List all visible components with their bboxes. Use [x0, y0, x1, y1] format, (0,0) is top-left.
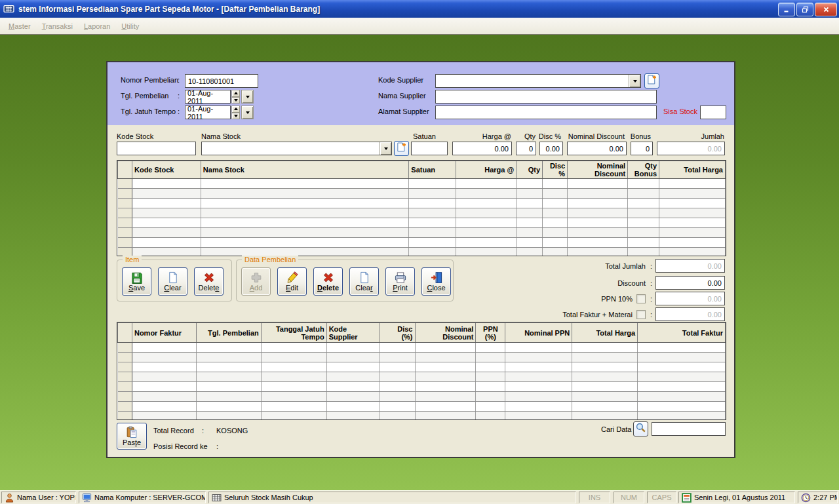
cell[interactable]: [476, 412, 505, 421]
date-value[interactable]: 01-Aug-2011: [185, 106, 231, 119]
cell[interactable]: [505, 372, 572, 382]
cell[interactable]: [456, 179, 517, 189]
cell[interactable]: [568, 179, 628, 189]
cell[interactable]: [326, 412, 380, 421]
cell[interactable]: [628, 218, 659, 228]
row-selector-cell[interactable]: [118, 353, 132, 362]
spin-up-icon[interactable]: [231, 106, 240, 113]
cell[interactable]: [568, 189, 628, 199]
cell[interactable]: [409, 189, 456, 199]
cell[interactable]: [132, 228, 201, 238]
cell[interactable]: [261, 382, 326, 392]
cell[interactable]: [196, 402, 261, 412]
search-input[interactable]: [652, 422, 726, 436]
minimize-button[interactable]: [778, 3, 795, 16]
cell[interactable]: [132, 238, 201, 248]
table-row[interactable]: [118, 238, 726, 248]
cell[interactable]: [196, 353, 261, 362]
checkbox[interactable]: [636, 310, 646, 319]
bonus-field[interactable]: 0: [631, 142, 653, 155]
cell[interactable]: [517, 218, 543, 228]
cell[interactable]: [517, 208, 543, 218]
cell[interactable]: [415, 343, 476, 353]
calendar-dropdown-button[interactable]: [241, 106, 254, 119]
cell[interactable]: [380, 353, 415, 362]
cell[interactable]: [456, 238, 517, 248]
cell[interactable]: [568, 238, 628, 248]
row-selector-cell[interactable]: [118, 238, 132, 248]
row-selector-cell[interactable]: [118, 179, 132, 189]
table-row[interactable]: [118, 362, 726, 372]
cell[interactable]: [196, 382, 261, 392]
menu-master[interactable]: Master: [9, 22, 31, 30]
cell[interactable]: [201, 248, 409, 257]
disc-field[interactable]: 0.00: [539, 142, 563, 155]
cell[interactable]: [132, 362, 196, 372]
nominal-discount-field[interactable]: 0.00: [567, 142, 627, 155]
row-selector-cell[interactable]: [118, 402, 132, 412]
cell[interactable]: [638, 412, 726, 421]
cell[interactable]: [409, 218, 456, 228]
cell[interactable]: [132, 189, 201, 199]
combo-value[interactable]: [436, 75, 629, 87]
cell[interactable]: [572, 402, 638, 412]
table-row[interactable]: [118, 382, 726, 392]
cell[interactable]: [628, 199, 659, 208]
cell[interactable]: [638, 372, 726, 382]
cell[interactable]: [476, 343, 505, 353]
cell[interactable]: [543, 189, 568, 199]
cell[interactable]: [568, 218, 628, 228]
row-selector-cell[interactable]: [118, 362, 132, 372]
row-selector-cell[interactable]: [118, 343, 132, 353]
cell[interactable]: [517, 189, 543, 199]
close-button[interactable]: Close: [421, 267, 451, 296]
cell[interactable]: [409, 228, 456, 238]
cell[interactable]: [380, 382, 415, 392]
table-row[interactable]: [118, 343, 726, 353]
cell[interactable]: [572, 362, 638, 372]
cell[interactable]: [476, 362, 505, 372]
cell[interactable]: [659, 248, 726, 257]
nama-supplier-field[interactable]: [435, 90, 657, 104]
cell[interactable]: [132, 372, 196, 382]
cell[interactable]: [543, 208, 568, 218]
cell[interactable]: [568, 208, 628, 218]
cell[interactable]: [517, 199, 543, 208]
cell[interactable]: [517, 238, 543, 248]
cell[interactable]: [628, 179, 659, 189]
cell[interactable]: [201, 179, 409, 189]
cell[interactable]: [476, 372, 505, 382]
table-row[interactable]: [118, 199, 726, 208]
cell[interactable]: [380, 362, 415, 372]
close-button[interactable]: [815, 3, 837, 16]
cell[interactable]: [543, 228, 568, 238]
cell[interactable]: [505, 412, 572, 421]
cell[interactable]: [476, 402, 505, 412]
cell[interactable]: [201, 208, 409, 218]
qty-field[interactable]: 0: [516, 142, 536, 155]
row-selector-cell[interactable]: [118, 412, 132, 421]
cell[interactable]: [201, 238, 409, 248]
cell[interactable]: [638, 343, 726, 353]
cell[interactable]: [380, 412, 415, 421]
date-value[interactable]: 01-Aug-2011: [185, 90, 231, 104]
table-row[interactable]: [118, 189, 726, 199]
row-selector-cell[interactable]: [118, 382, 132, 392]
cell[interactable]: [409, 179, 456, 189]
cell[interactable]: [568, 199, 628, 208]
table-row[interactable]: [118, 392, 726, 402]
cell[interactable]: [261, 392, 326, 402]
restore-button[interactable]: [796, 3, 813, 16]
cell[interactable]: [201, 199, 409, 208]
cell[interactable]: [326, 392, 380, 402]
cell[interactable]: [659, 238, 726, 248]
row-selector-cell[interactable]: [118, 199, 132, 208]
cell[interactable]: [638, 362, 726, 372]
calendar-dropdown-button[interactable]: [241, 90, 254, 104]
cell[interactable]: [415, 412, 476, 421]
cell[interactable]: [196, 412, 261, 421]
cell[interactable]: [201, 189, 409, 199]
cell[interactable]: [456, 218, 517, 228]
save-button[interactable]: Save: [122, 267, 151, 296]
table-row[interactable]: [118, 228, 726, 238]
